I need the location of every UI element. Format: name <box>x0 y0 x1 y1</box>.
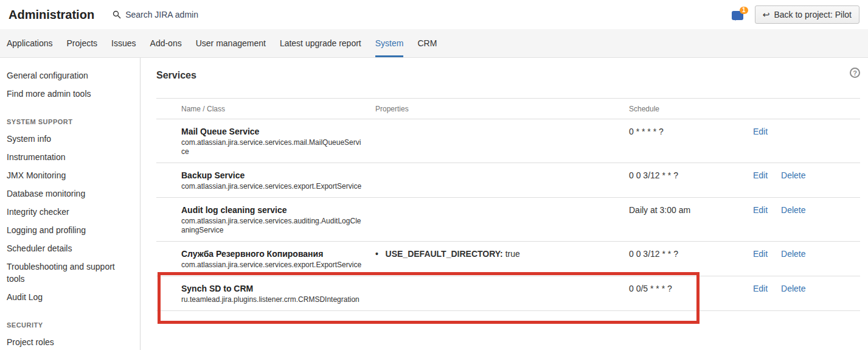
back-to-project-button[interactable]: ↩ Back to project: Pilot <box>755 5 859 24</box>
delete-link[interactable]: Delete <box>781 249 805 259</box>
back-arrow-icon: ↩ <box>763 10 770 19</box>
table-row-audit-log-cleaning-service: Audit log cleaning service com.atlassian… <box>156 198 860 242</box>
schedule-cell: 0 0/5 * * * ? <box>623 276 747 311</box>
tab-applications[interactable]: Applications <box>7 29 53 57</box>
service-name: Audit log cleaning service <box>181 205 363 215</box>
back-button-label: Back to project: Pilot <box>774 10 852 19</box>
search-input[interactable] <box>125 10 271 19</box>
top-header-bar: Administration 1 ↩ Back to project: Pilo… <box>0 0 868 29</box>
edit-link[interactable]: Edit <box>753 127 768 136</box>
schedule-cell: 0 0 3/12 * * ? <box>623 242 747 276</box>
delete-link[interactable]: Delete <box>781 205 805 215</box>
delete-link[interactable]: Delete <box>781 170 805 180</box>
service-class: com.atlassian.jira.service.services.expo… <box>181 261 363 270</box>
service-class: ru.teamlead.jira.plugins.listener.crm.CR… <box>181 295 363 304</box>
content-header: Services ? <box>156 70 860 81</box>
sidebar-item-scheduler-details[interactable]: Scheduler details <box>7 239 133 257</box>
delete-link[interactable]: Delete <box>781 284 805 293</box>
schedule-cell: Daily at 3:00 am <box>623 198 747 242</box>
page-title: Services <box>156 70 196 81</box>
sidebar-item-find-more-admin-tools[interactable]: Find more admin tools <box>7 85 133 103</box>
tab-system[interactable]: System <box>375 29 404 57</box>
edit-link[interactable]: Edit <box>753 170 768 180</box>
tab-user-management[interactable]: User management <box>196 29 266 57</box>
column-header-properties: Properties <box>369 99 623 119</box>
edit-link[interactable]: Edit <box>753 284 768 293</box>
properties-cell: USE_DEFAULT_DIRECTORY: true <box>369 242 623 276</box>
service-class: com.atlassian.jira.service.services.audi… <box>181 217 363 235</box>
sidebar-item-audit-log[interactable]: Audit Log <box>7 288 133 306</box>
search-icon <box>113 10 121 19</box>
tab-crm[interactable]: CRM <box>417 29 437 57</box>
service-class: com.atlassian.jira.service.services.expo… <box>181 182 363 191</box>
admin-nav-tabs: Applications Projects Issues Add-ons Use… <box>0 29 868 58</box>
sidebar-item-logging-and-profiling[interactable]: Logging and profiling <box>7 221 133 239</box>
table-row-backup-service-ru: Служба Резервного Копирования com.atlass… <box>156 242 860 276</box>
table-row-backup-service: Backup Service com.atlassian.jira.servic… <box>156 163 860 198</box>
sidebar-item-system-info[interactable]: System info <box>7 130 133 148</box>
property-item: USE_DEFAULT_DIRECTORY: true <box>375 249 617 259</box>
property-key: USE_DEFAULT_DIRECTORY: <box>386 249 503 259</box>
service-name: Служба Резервного Копирования <box>181 249 363 259</box>
schedule-cell: 0 * * * * ? <box>623 119 747 163</box>
properties-cell <box>369 163 623 198</box>
column-header-schedule: Schedule <box>623 99 747 119</box>
sidebar-item-project-roles[interactable]: Project roles <box>7 333 133 350</box>
table-header-row: Name / Class Properties Schedule <box>156 99 860 119</box>
help-icon[interactable]: ? <box>850 68 860 78</box>
edit-link[interactable]: Edit <box>753 205 768 215</box>
admin-search <box>113 10 732 19</box>
properties-cell <box>369 119 623 163</box>
notification-badge: 1 <box>740 7 748 14</box>
notification-icon[interactable]: 1 <box>732 9 745 21</box>
service-name: Backup Service <box>181 170 363 180</box>
app-title: Administration <box>9 8 94 22</box>
edit-link[interactable]: Edit <box>753 249 768 259</box>
sidebar-section-security: SECURITY <box>7 321 133 329</box>
page-body: General configuration Find more admin to… <box>0 58 868 350</box>
main-content: Services ? Name / Class Properties Sched… <box>141 58 868 350</box>
tab-projects[interactable]: Projects <box>67 29 98 57</box>
property-value: true <box>505 249 520 259</box>
sidebar-item-database-monitoring[interactable]: Database monitoring <box>7 184 133 203</box>
header-right-cluster: 1 ↩ Back to project: Pilot <box>732 5 859 24</box>
schedule-cell: 0 0 3/12 * * ? <box>623 163 747 198</box>
properties-cell <box>369 276 623 311</box>
sidebar-item-instrumentation[interactable]: Instrumentation <box>7 148 133 166</box>
tab-issues[interactable]: Issues <box>111 29 136 57</box>
service-name: Mail Queue Service <box>181 127 363 136</box>
tab-add-ons[interactable]: Add-ons <box>150 29 182 57</box>
column-header-actions <box>747 99 860 119</box>
table-row-synch-sd-to-crm: Synch SD to CRM ru.teamlead.jira.plugins… <box>156 276 860 311</box>
services-table: Name / Class Properties Schedule Mail Qu… <box>156 98 860 311</box>
sidebar-section-system-support: SYSTEM SUPPORT <box>7 118 133 125</box>
sidebar-item-integrity-checker[interactable]: Integrity checker <box>7 203 133 221</box>
sidebar-item-general-configuration[interactable]: General configuration <box>7 66 133 85</box>
admin-sidebar: General configuration Find more admin to… <box>0 58 141 350</box>
properties-cell <box>369 198 623 242</box>
table-row-mail-queue-service: Mail Queue Service com.atlassian.jira.se… <box>156 119 860 163</box>
column-header-name-class: Name / Class <box>156 99 369 119</box>
service-class: com.atlassian.jira.service.services.mail… <box>181 138 363 156</box>
sidebar-item-troubleshooting-and-support-tools[interactable]: Troubleshooting and support tools <box>7 257 133 288</box>
tab-latest-upgrade-report[interactable]: Latest upgrade report <box>280 29 361 57</box>
service-name: Synch SD to CRM <box>181 284 363 293</box>
sidebar-item-jmx-monitoring[interactable]: JMX Monitoring <box>7 166 133 184</box>
